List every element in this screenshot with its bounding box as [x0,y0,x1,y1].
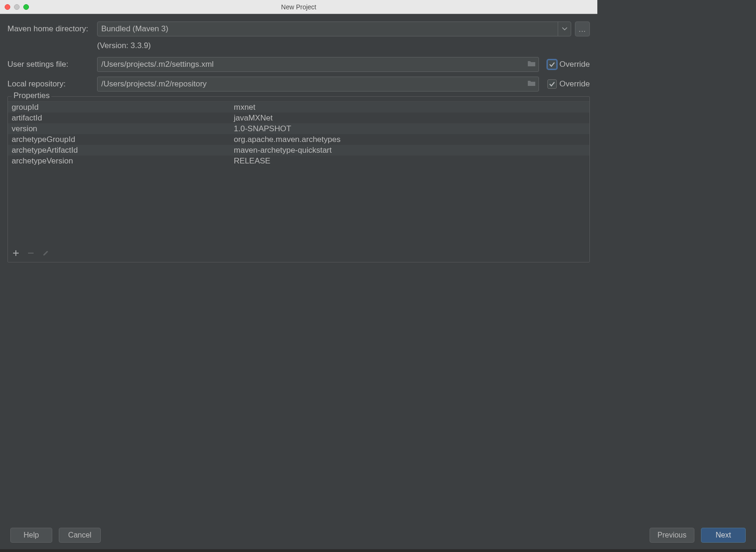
property-value: org.apache.maven.archetypes [232,135,589,144]
table-row[interactable]: groupIdmxnet [8,102,589,113]
local-repo-override-group: Override [547,79,590,89]
local-repo-override-checkbox[interactable] [547,79,557,89]
edit-icon[interactable] [42,249,49,259]
user-settings-override-group: Override [547,60,590,69]
table-row[interactable]: artifactIdjavaMXNet [8,113,589,123]
property-key: archetypeGroupId [8,135,232,144]
property-value: mxnet [232,103,589,112]
maven-version-note: (Version: 3.3.9) [97,41,590,50]
user-settings-override-label: Override [560,60,590,69]
local-repo-row: Local repository: /Users/projects/.m2/re… [7,77,590,92]
maven-home-combo[interactable]: Bundled (Maven 3) [97,21,571,36]
table-row[interactable]: archetypeArtifactIdmaven-archetype-quick… [8,145,589,156]
titlebar: New Project [0,0,597,14]
property-value: maven-archetype-quickstart [232,146,589,155]
properties-table[interactable]: groupIdmxnetartifactIdjavaMXNetversion1.… [8,101,589,246]
maven-home-browse-button[interactable]: ... [575,21,590,36]
local-repo-label: Local repository: [7,79,97,89]
property-value: 1.0-SNAPSHOT [232,124,589,134]
ellipsis-icon: ... [579,25,586,33]
table-row[interactable]: archetypeVersionRELEASE [8,156,589,166]
property-key: archetypeVersion [8,156,232,166]
property-key: artifactId [8,113,232,123]
remove-icon[interactable] [28,249,34,259]
user-settings-override-checkbox[interactable] [547,60,557,69]
table-row[interactable]: archetypeGroupIdorg.apache.maven.archety… [8,134,589,145]
maven-home-value: Bundled (Maven 3) [101,24,168,34]
chevron-down-icon[interactable] [558,22,571,36]
add-icon[interactable] [13,249,19,259]
property-value: javaMXNet [232,113,589,123]
maven-home-row: Maven home directory: Bundled (Maven 3) … [7,21,590,36]
user-settings-value: /Users/projects/.m2/settings.xml [101,60,214,69]
table-row[interactable]: version1.0-SNAPSHOT [8,123,589,134]
properties-group: Properties groupIdmxnetartifactIdjavaMXN… [7,96,590,262]
folder-icon[interactable] [527,60,536,69]
properties-toolbar [8,246,589,262]
content-area: Maven home directory: Bundled (Maven 3) … [0,14,597,262]
user-settings-row: User settings file: /Users/projects/.m2/… [7,57,590,72]
window-title: New Project [0,3,597,11]
user-settings-input[interactable]: /Users/projects/.m2/settings.xml [97,57,539,72]
property-value: RELEASE [232,156,589,166]
folder-icon[interactable] [527,79,536,89]
property-key: archetypeArtifactId [8,146,232,155]
user-settings-label: User settings file: [7,60,97,69]
maven-home-label: Maven home directory: [7,24,97,34]
local-repo-override-label: Override [560,79,590,89]
property-key: groupId [8,103,232,112]
local-repo-input[interactable]: /Users/projects/.m2/repository [97,77,539,92]
local-repo-value: /Users/projects/.m2/repository [101,79,207,89]
properties-legend: Properties [12,91,51,100]
property-key: version [8,124,232,134]
